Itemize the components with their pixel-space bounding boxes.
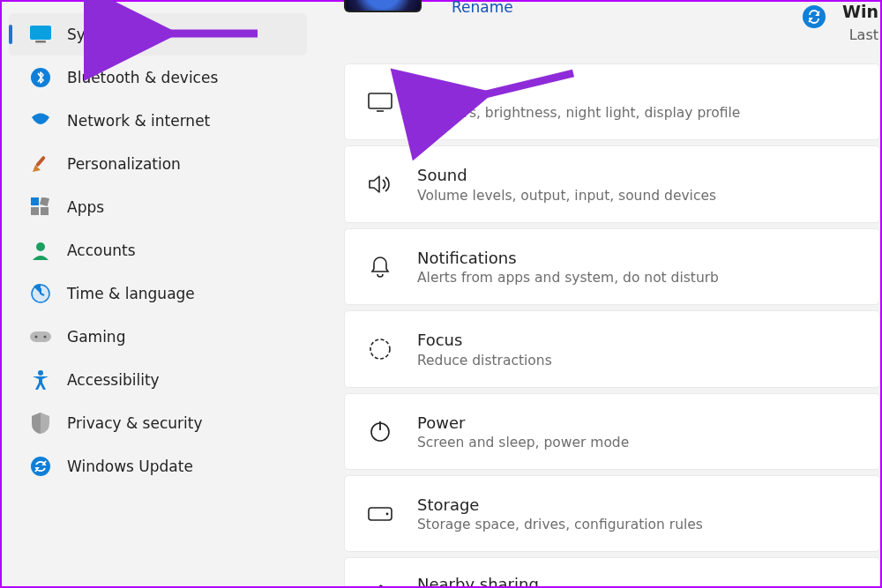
sidebar-item-accounts[interactable]: Accounts <box>9 229 307 272</box>
sidebar-item-label: Gaming <box>67 328 125 346</box>
sidebar-item-time[interactable]: Time & language <box>9 272 307 315</box>
card-title: Nearby sharing <box>417 574 676 586</box>
sidebar-item-label: Bluetooth & devices <box>67 69 218 86</box>
sidebar-item-system[interactable]: System <box>9 13 307 56</box>
card-sub: Reduce distractions <box>417 353 552 368</box>
clock-icon <box>30 283 51 304</box>
sidebar-item-accessibility[interactable]: Accessibility <box>9 359 307 401</box>
card-title: Storage <box>417 495 703 515</box>
card-nearby[interactable]: Nearby sharing Discoverability, received… <box>344 557 880 586</box>
settings-list: Display Monitors, brightness, night ligh… <box>318 33 880 586</box>
rename-link[interactable]: Rename <box>452 0 513 16</box>
sidebar-item-bluetooth[interactable]: Bluetooth & devices <box>9 56 307 99</box>
sidebar-item-label: Windows Update <box>67 458 193 475</box>
brush-icon <box>30 153 51 175</box>
header: Rename Win Last <box>318 2 880 33</box>
wifi-icon <box>30 110 51 131</box>
sidebar-item-privacy[interactable]: Privacy & security <box>9 402 307 444</box>
share-icon <box>366 579 394 586</box>
svg-rect-10 <box>30 331 51 342</box>
sidebar-item-label: Privacy & security <box>67 414 203 432</box>
svg-point-21 <box>386 512 389 515</box>
topright-text2: Last <box>849 26 878 43</box>
sidebar: System Bluetooth & devices Network & int… <box>2 2 318 586</box>
card-notifications[interactable]: Notifications Alerts from apps and syste… <box>344 228 880 305</box>
card-sound[interactable]: Sound Volume levels, output, input, soun… <box>344 145 880 222</box>
update-icon <box>30 456 51 477</box>
sound-icon <box>366 170 394 198</box>
card-power[interactable]: Power Screen and sleep, power mode <box>344 393 880 470</box>
sidebar-item-personalization[interactable]: Personalization <box>9 143 307 185</box>
content: Rename Win Last Display Monitors, bright… <box>318 2 880 586</box>
card-sub: Storage space, drives, configuration rul… <box>417 517 703 532</box>
sidebar-item-label: Network & internet <box>67 112 210 130</box>
card-sub: Monitors, brightness, night light, displ… <box>417 105 740 121</box>
power-icon <box>366 417 394 445</box>
accounts-icon <box>30 240 51 261</box>
card-focus[interactable]: Focus Reduce distractions <box>344 310 880 387</box>
card-sub: Volume levels, output, input, sound devi… <box>417 188 716 204</box>
card-title: Focus <box>417 330 552 350</box>
svg-point-11 <box>35 336 38 339</box>
sync-icon[interactable] <box>803 5 826 28</box>
sidebar-item-label: Apps <box>67 198 104 216</box>
svg-point-13 <box>38 370 43 376</box>
card-sub: Screen and sleep, power mode <box>417 435 629 450</box>
accessibility-icon <box>30 369 51 391</box>
svg-point-14 <box>31 457 50 476</box>
bell-icon <box>366 252 394 280</box>
card-title: Notifications <box>417 248 719 268</box>
card-sub: Alerts from apps and system, do not dist… <box>417 270 719 286</box>
svg-rect-3 <box>35 155 46 167</box>
svg-rect-4 <box>31 197 39 205</box>
svg-rect-5 <box>40 197 49 206</box>
sidebar-item-network[interactable]: Network & internet <box>9 100 307 142</box>
storage-icon <box>366 500 394 528</box>
gaming-icon <box>30 326 51 347</box>
focus-icon <box>366 335 394 363</box>
svg-rect-0 <box>30 26 51 40</box>
sidebar-item-label: Accounts <box>67 242 136 259</box>
sidebar-item-label: Personalization <box>67 155 181 173</box>
display-icon <box>366 88 394 116</box>
sidebar-item-gaming[interactable]: Gaming <box>9 316 307 358</box>
card-title: Display <box>417 83 740 103</box>
svg-rect-7 <box>41 207 49 215</box>
card-title: Power <box>417 413 629 433</box>
sidebar-item-label: Accessibility <box>67 371 160 389</box>
card-display[interactable]: Display Monitors, brightness, night ligh… <box>344 63 880 140</box>
sidebar-item-label: System <box>67 26 123 43</box>
system-icon <box>30 24 51 45</box>
svg-rect-1 <box>35 41 46 43</box>
svg-point-12 <box>44 336 47 339</box>
card-storage[interactable]: Storage Storage space, drives, configura… <box>344 475 880 552</box>
sidebar-item-label: Time & language <box>67 285 195 302</box>
apps-icon <box>30 197 51 218</box>
sidebar-item-update[interactable]: Windows Update <box>9 445 307 488</box>
topright-text: Win <box>842 2 878 21</box>
svg-rect-15 <box>369 93 392 108</box>
sidebar-item-apps[interactable]: Apps <box>9 186 307 228</box>
card-title: Sound <box>417 165 716 185</box>
bluetooth-icon <box>30 67 51 88</box>
shield-icon <box>30 413 51 434</box>
svg-rect-6 <box>31 207 39 215</box>
svg-point-8 <box>36 242 45 251</box>
svg-point-17 <box>370 339 390 359</box>
device-thumbnail <box>344 0 422 12</box>
